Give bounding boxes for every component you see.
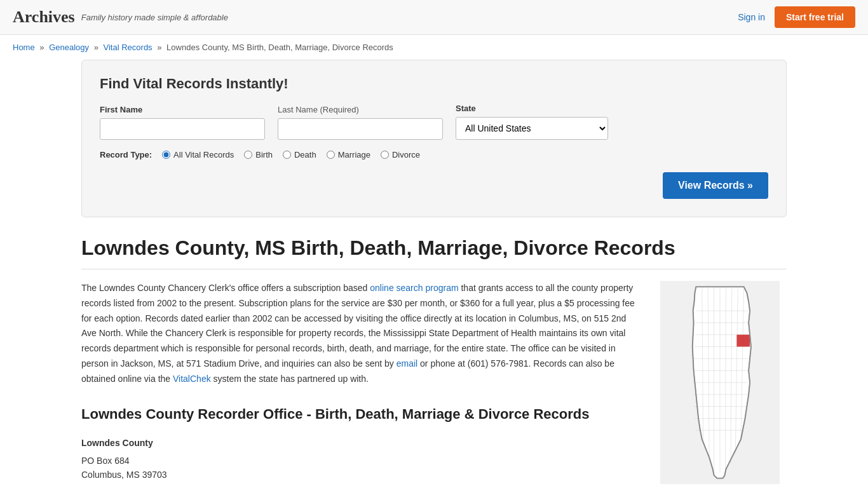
office-address: PO Box 684 Columbus, MS 39703: [81, 454, 641, 482]
vitalchek-link[interactable]: VitalChek: [173, 374, 211, 384]
radio-marriage-input[interactable]: [327, 151, 335, 159]
radio-divorce[interactable]: Divorce: [381, 150, 420, 159]
radio-all-vital[interactable]: All Vital Records: [162, 150, 234, 159]
site-tagline: Family history made simple & affordable: [81, 13, 228, 22]
section2-title: Lowndes County Recorder Office - Birth, …: [81, 402, 641, 426]
radio-death-input[interactable]: [283, 151, 291, 159]
main-content: Find Vital Records Instantly! First Name…: [69, 60, 799, 488]
breadcrumb-sep1: »: [39, 43, 44, 52]
body-paragraph-1: The Lowndes County Chancery Clerk's offi…: [81, 281, 641, 387]
breadcrumb-vital-records[interactable]: Vital Records: [104, 43, 153, 52]
site-header: Archives Family history made simple & af…: [0, 0, 868, 35]
map-container: [660, 281, 787, 488]
radio-birth-input[interactable]: [244, 151, 252, 159]
last-name-group: Last Name (Required): [278, 105, 443, 140]
breadcrumb: Home » Genealogy » Vital Records » Lownd…: [0, 35, 868, 60]
svg-rect-20: [736, 335, 750, 347]
body-text-4: system the state has partnered up with.: [211, 374, 369, 384]
last-name-input[interactable]: [278, 118, 443, 140]
last-name-label: Last Name (Required): [278, 105, 443, 114]
office-name: Lowndes County: [81, 436, 641, 451]
online-search-link[interactable]: online search program: [370, 283, 458, 293]
sign-in-link[interactable]: Sign in: [738, 12, 765, 22]
radio-divorce-input[interactable]: [381, 151, 389, 159]
radio-death[interactable]: Death: [283, 150, 316, 159]
site-logo: Archives: [13, 8, 75, 27]
radio-divorce-label: Divorce: [392, 150, 420, 159]
content-text: The Lowndes County Chancery Clerk's offi…: [81, 281, 641, 488]
first-name-group: First Name: [100, 105, 265, 140]
header-right: Sign in Start free trial: [738, 6, 855, 28]
header-left: Archives Family history made simple & af…: [13, 8, 228, 27]
record-type-row: Record Type: All Vital Records Birth Dea…: [100, 150, 768, 159]
state-label: State: [456, 104, 608, 113]
breadcrumb-sep3: »: [157, 43, 161, 52]
first-name-label: First Name: [100, 105, 265, 114]
body-text-1: The Lowndes County Chancery Clerk's offi…: [81, 283, 370, 293]
start-trial-button[interactable]: Start free trial: [775, 6, 855, 28]
breadcrumb-genealogy[interactable]: Genealogy: [49, 43, 89, 52]
breadcrumb-home[interactable]: Home: [13, 43, 35, 52]
email-link[interactable]: email: [397, 358, 417, 369]
state-group: State All United StatesMississippi: [456, 104, 608, 140]
page-title: Lowndes County, MS Birth, Death, Marriag…: [81, 236, 787, 269]
view-records-button[interactable]: View Records »: [663, 172, 768, 199]
record-type-label: Record Type:: [100, 150, 152, 159]
office-address-line1: PO Box 684: [81, 456, 130, 466]
radio-marriage[interactable]: Marriage: [327, 150, 370, 159]
content-area: The Lowndes County Chancery Clerk's offi…: [81, 281, 787, 488]
radio-birth-label: Birth: [255, 150, 273, 159]
search-fields: First Name Last Name (Required) State Al…: [100, 104, 768, 140]
radio-birth[interactable]: Birth: [244, 150, 273, 159]
body-text-2: that grants access to all the county pro…: [81, 283, 635, 369]
radio-death-label: Death: [294, 150, 316, 159]
first-name-input[interactable]: [100, 118, 265, 140]
office-address-line2: Columbus, MS 39703: [81, 470, 167, 480]
last-name-required: (Required): [320, 105, 359, 114]
breadcrumb-sep2: »: [94, 43, 98, 52]
radio-marriage-label: Marriage: [338, 150, 370, 159]
search-title: Find Vital Records Instantly!: [100, 76, 768, 92]
search-box: Find Vital Records Instantly! First Name…: [81, 60, 787, 217]
state-select[interactable]: All United StatesMississippi: [456, 117, 608, 140]
mississippi-map: [660, 281, 780, 484]
radio-all-vital-label: All Vital Records: [173, 150, 234, 159]
breadcrumb-current: Lowndes County, MS Birth, Death, Marriag…: [166, 43, 393, 52]
radio-all-vital-input[interactable]: [162, 151, 170, 159]
